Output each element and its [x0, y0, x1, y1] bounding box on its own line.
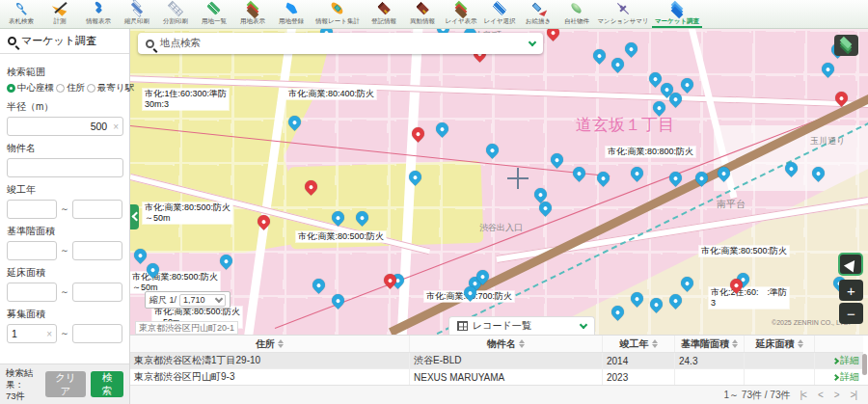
- search-button[interactable]: 検索: [91, 371, 123, 397]
- layersel-icon: [491, 1, 508, 16]
- toolbar-item-label: 計測: [54, 17, 67, 25]
- scale-label: 縮尺 1/: [149, 294, 176, 307]
- toolbar-item-market[interactable]: マーケット調査: [650, 1, 704, 28]
- search-icon: [8, 37, 16, 45]
- toolbar-item-printsplit[interactable]: 分割印刷: [156, 1, 195, 28]
- toolbar-item-layerdisp[interactable]: レイヤ表示: [442, 1, 480, 28]
- cell: [745, 369, 815, 385]
- recruit-area-max-input[interactable]: [72, 324, 122, 343]
- toolbar-item-pointer[interactable]: 情報表示: [79, 1, 118, 28]
- table-header-row: 住所物件名竣工年基準階面積延床面積: [130, 336, 863, 353]
- column-header-1[interactable]: 物件名: [410, 336, 603, 352]
- recruit-area-label: 募集面積: [7, 308, 122, 321]
- column-title: 基準階面積: [681, 337, 729, 351]
- table-footer: 1～ 73件 / 73件 |<<>>|: [130, 385, 868, 404]
- column-header-0[interactable]: 住所: [130, 336, 410, 352]
- zoning-label: 市化:商業:80:800:防火: [606, 147, 695, 157]
- completion-year-min-input[interactable]: [7, 200, 57, 219]
- toolbar-item-sitelist[interactable]: 用地一覧: [195, 1, 233, 28]
- zoning-label: 市化:商業:80:500:防火: [296, 231, 386, 242]
- scope-radio-group: 中心座標住所最寄り駅: [7, 82, 122, 94]
- next-page-icon[interactable]: >: [834, 390, 839, 400]
- toolbar-item-draw[interactable]: お絵描き: [519, 1, 557, 28]
- toolbar-item-layersel[interactable]: レイヤ選択: [480, 1, 519, 28]
- toolbar-item-label: レイヤ表示: [446, 17, 477, 25]
- map-point-search-box[interactable]: 地点検索: [138, 33, 543, 54]
- toolbar-item-label: 登記情報: [371, 17, 396, 25]
- toolbar-item-label: 用地表示: [240, 17, 265, 25]
- first-page-icon[interactable]: |<: [800, 390, 805, 400]
- sidebar-title: マーケット調査: [21, 34, 96, 48]
- zoning-label: 市化:商業:80:500:防火～50m: [143, 202, 232, 224]
- sort-icon[interactable]: [278, 339, 284, 348]
- point-search-label: 地点検索: [160, 37, 201, 50]
- table-row[interactable]: 東京都渋谷区円山町9-3NEXUS MARUYAMA2023詳細: [130, 369, 863, 386]
- radio-icon: [56, 84, 65, 93]
- toolbar-item-book[interactable]: 登記情報: [365, 1, 403, 28]
- completion-year-max-input[interactable]: [72, 200, 122, 219]
- toolbar-item-cross[interactable]: マンションサマリ: [596, 1, 650, 28]
- clear-icon[interactable]: ×: [113, 121, 119, 132]
- zoom-in-button[interactable]: +: [839, 280, 863, 301]
- radius-label: 半径（m）: [7, 100, 122, 114]
- standard-floor-min-input[interactable]: [7, 241, 57, 260]
- recruit-area-min-input[interactable]: 1 ×: [7, 324, 57, 343]
- radius-input[interactable]: 500 ×: [7, 117, 123, 136]
- basemap-layers-button[interactable]: [834, 35, 858, 56]
- column-header-2[interactable]: 竣工年: [603, 336, 675, 352]
- total-floor-min-input[interactable]: [7, 283, 57, 302]
- clear-icon[interactable]: ×: [46, 329, 52, 339]
- toolbar-item-own[interactable]: 自社物件: [557, 1, 596, 28]
- radius-value: 500: [91, 121, 108, 132]
- sort-icon[interactable]: [732, 339, 738, 348]
- scope-radio-住所[interactable]: 住所: [56, 82, 85, 94]
- toolbar-item-label: 用地登録: [279, 17, 304, 25]
- map-canvas[interactable]: 市化:1住:60:300:準防30m:3市化:商業:80:400:防火市化:商業…: [130, 29, 868, 335]
- toolbar-item-ratesum[interactable]: 情報レート集計: [311, 1, 365, 28]
- chevron-down-icon[interactable]: [529, 38, 536, 45]
- column-header-3[interactable]: 基準階面積: [675, 336, 745, 352]
- toolbar-item-label: 用地一覧: [202, 17, 227, 25]
- toolbar-item-printscale[interactable]: 縮尺印刷: [118, 1, 156, 28]
- standard-floor-max-input[interactable]: [72, 241, 122, 260]
- sort-icon[interactable]: [798, 339, 803, 348]
- prev-page-icon[interactable]: <: [818, 390, 823, 400]
- range-separator: ～: [60, 202, 69, 216]
- own-icon: [568, 1, 585, 16]
- toolbar-item-label: マンションサマリ: [597, 17, 648, 25]
- cell-detail: 詳細: [815, 369, 863, 385]
- property-name-label: 物件名: [7, 142, 122, 155]
- toolbar-item-sitelayers[interactable]: 用地表示: [233, 1, 272, 28]
- sidebar-collapse-handle[interactable]: [130, 204, 139, 229]
- toolbar-item-measure[interactable]: 計測: [41, 1, 79, 28]
- zoom-out-button[interactable]: −: [839, 303, 863, 324]
- search-icon: [13, 1, 30, 16]
- chevron-right-icon: [832, 357, 839, 364]
- total-floor-max-input[interactable]: [72, 283, 122, 302]
- record-list-toggle[interactable]: レコード一覧: [448, 316, 595, 335]
- table-scrollbar-thumb[interactable]: [862, 354, 867, 375]
- locate-button[interactable]: [838, 253, 863, 276]
- chevron-down-icon: [580, 320, 587, 328]
- detail-link[interactable]: 詳細: [833, 370, 859, 384]
- table-row[interactable]: 東京都渋谷区松濤1丁目29-10渋谷E-BLD201424.3詳細: [130, 353, 863, 369]
- toolbar-item-search[interactable]: 表札検索: [2, 1, 41, 28]
- sort-icon[interactable]: [652, 339, 658, 348]
- last-page-icon[interactable]: >|: [851, 390, 856, 400]
- sort-icon[interactable]: [519, 339, 525, 348]
- column-header-4[interactable]: 延床面積: [745, 336, 815, 352]
- scope-radio-最寄り駅[interactable]: 最寄り駅: [87, 82, 134, 94]
- toolbar-item-pentagon[interactable]: 用地登録: [272, 1, 311, 28]
- detail-link[interactable]: 詳細: [833, 354, 859, 367]
- grid-icon: [457, 321, 468, 331]
- scale-select[interactable]: 1,710: [179, 294, 226, 307]
- measure-icon: [51, 1, 68, 16]
- search-results-summary: 検索結果： 73件: [6, 367, 41, 402]
- table-body: 東京都渋谷区松濤1丁目29-10渋谷E-BLD201424.3詳細東京都渋谷区円…: [130, 353, 868, 386]
- clear-button[interactable]: クリア: [45, 371, 86, 397]
- scope-radio-中心座標[interactable]: 中心座標: [7, 82, 54, 94]
- property-name-input[interactable]: [7, 158, 123, 177]
- place-label: 渋谷出入口: [479, 222, 523, 234]
- draw-icon: [529, 1, 547, 16]
- toolbar-item-book[interactable]: 異動情報: [403, 1, 442, 28]
